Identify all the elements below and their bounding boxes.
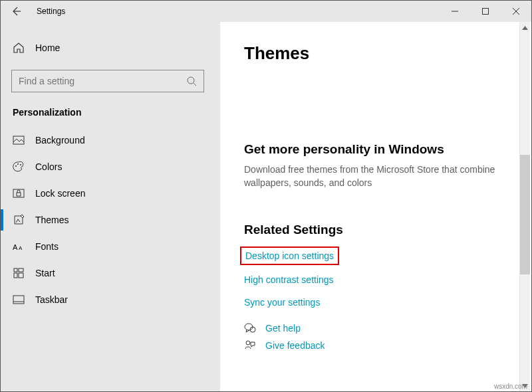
scroll-up-button[interactable] [520,22,530,33]
feedback-row: Give feedback [244,340,531,351]
taskbar-icon [13,294,25,306]
sync-settings-link[interactable]: Sync your settings [244,297,531,308]
svg-rect-1 [483,9,489,15]
page-title: Themes [244,43,531,64]
maximize-button[interactable] [470,1,501,22]
desktop-icon-settings-link[interactable]: Desktop icon settings [240,246,339,265]
give-feedback-link[interactable]: Give feedback [265,340,325,351]
svg-point-22 [246,341,250,345]
close-icon [513,8,519,15]
svg-text:A: A [19,245,23,251]
home-icon [13,42,25,54]
minimize-icon [452,8,458,15]
maximize-icon [482,8,489,15]
chat-help-icon [244,322,256,334]
sidebar-item-colors[interactable]: Colors [1,153,220,180]
sidebar-item-label: Colors [35,161,62,172]
svg-rect-17 [19,273,23,278]
sidebar-item-lock-screen[interactable]: Lock screen [1,180,220,207]
home-button[interactable]: Home [1,35,220,60]
sidebar-item-label: Lock screen [35,188,85,199]
scrollbar-thumb[interactable] [520,155,530,274]
svg-rect-11 [17,193,21,196]
sidebar-item-taskbar[interactable]: Taskbar [1,286,220,313]
sidebar-item-label: Background [35,135,85,146]
personality-heading: Get more personality in Windows [244,142,531,157]
feedback-icon [244,340,256,351]
sidebar-item-background[interactable]: Background [1,127,220,153]
search-box[interactable] [11,70,204,92]
sidebar-item-start[interactable]: Start [1,260,220,286]
sidebar-item-themes[interactable]: Themes [1,207,220,233]
minimize-button[interactable] [440,1,470,22]
lock-screen-icon [13,187,25,199]
related-settings-heading: Related Settings [244,223,531,237]
sidebar-item-fonts[interactable]: AA Fonts [1,233,220,260]
svg-point-4 [188,77,194,84]
sidebar-item-label: Start [35,268,55,278]
svg-text:A: A [13,243,18,251]
back-button[interactable] [1,1,31,22]
svg-rect-14 [14,268,17,272]
vertical-scrollbar[interactable] [519,22,530,391]
close-button[interactable] [501,1,531,22]
start-icon [13,267,25,279]
svg-point-7 [15,165,17,167]
svg-line-5 [194,83,196,86]
sidebar-item-label: Themes [35,215,69,225]
svg-point-8 [17,163,19,165]
personality-body: Download free themes from the Microsoft … [244,163,531,189]
svg-rect-15 [19,268,23,272]
sidebar: Home Personalization Background Colors L… [1,22,220,391]
svg-rect-18 [13,296,24,304]
content-area: Themes Get more personality in Windows D… [220,22,531,391]
title-bar: Settings [1,1,531,22]
svg-rect-16 [14,273,17,278]
category-label: Personalization [1,102,220,127]
high-contrast-settings-link[interactable]: High contrast settings [244,274,531,285]
chevron-up-icon [522,26,528,30]
get-help-row: Get help [244,322,531,334]
picture-icon [13,134,25,146]
fonts-icon: AA [13,241,25,252]
arrow-left-icon [11,6,21,17]
watermark: wsxdn.com [494,383,527,390]
get-help-link[interactable]: Get help [265,323,301,334]
home-label: Home [35,43,60,53]
sidebar-item-label: Taskbar [35,294,68,305]
themes-icon [13,214,25,226]
search-input[interactable] [19,76,161,86]
palette-icon [13,161,25,173]
search-icon [187,76,197,86]
window-title: Settings [31,7,440,16]
sidebar-item-label: Fonts [35,241,59,252]
svg-point-9 [20,164,21,165]
